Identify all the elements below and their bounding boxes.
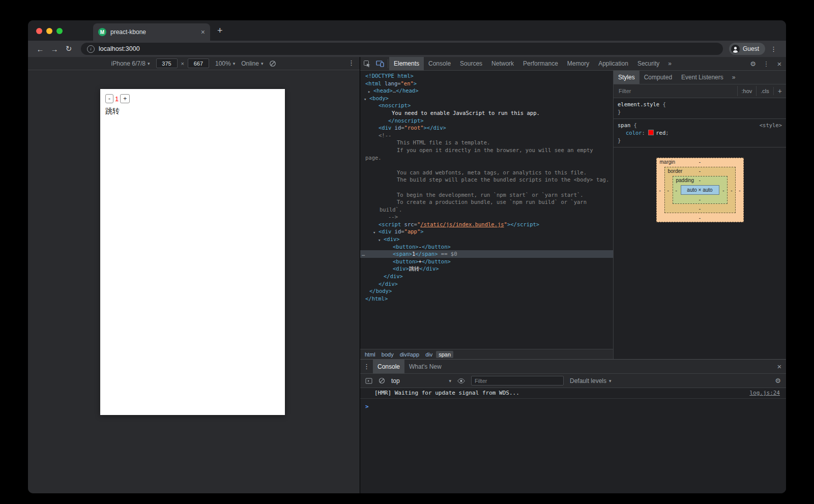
- profile-chip[interactable]: Guest: [729, 43, 765, 55]
- breadcrumb-item[interactable]: div#app: [397, 351, 422, 358]
- jump-link[interactable]: 跳转: [100, 103, 285, 116]
- decrement-button[interactable]: -: [105, 94, 113, 103]
- css-declaration[interactable]: color: red;: [618, 129, 782, 137]
- devtools-close-icon[interactable]: ×: [773, 57, 786, 70]
- console-sidebar-toggle-icon[interactable]: [365, 378, 372, 384]
- browser-tab[interactable]: M preact-kbone ×: [93, 23, 210, 41]
- code-line[interactable]: To begin the development, run `npm start…: [360, 191, 613, 199]
- code-line[interactable]: <div id="root"></div>: [360, 124, 613, 132]
- code-line[interactable]: To create a production bundle, use `npm …: [360, 198, 613, 206]
- code-line[interactable]: build`.: [360, 206, 613, 214]
- code-line[interactable]: ▸<head>…</head>: [360, 87, 613, 95]
- increment-button[interactable]: +: [120, 94, 130, 103]
- breadcrumb-item[interactable]: body: [379, 351, 396, 358]
- console-filter-input[interactable]: [471, 376, 564, 386]
- code-line[interactable]: </noscript>: [360, 117, 613, 125]
- code-line[interactable]: <button>-</button>: [360, 243, 613, 251]
- box-model-border[interactable]: border - - - - padding - - - - au: [664, 167, 736, 213]
- dt-tab-console[interactable]: Console: [424, 57, 455, 70]
- dr-tab-what-s-new[interactable]: What's New: [404, 360, 446, 373]
- box-model-margin[interactable]: margin - - - - border - - - - padding: [656, 158, 744, 222]
- code-line[interactable]: </div>: [360, 273, 613, 280]
- code-line[interactable]: </html>: [360, 295, 613, 303]
- address-text[interactable]: localhost:3000: [99, 45, 140, 52]
- dt-tab-application[interactable]: Application: [594, 57, 633, 70]
- new-style-rule-button[interactable]: +: [773, 87, 786, 95]
- reload-icon[interactable]: ↻: [63, 44, 75, 53]
- code-line[interactable]: -->: [360, 213, 613, 221]
- device-select[interactable]: iPhone 6/7/8 ▾: [111, 60, 150, 67]
- eye-icon[interactable]: [457, 378, 465, 384]
- code-line[interactable]: <html lang="en">: [360, 80, 613, 87]
- console-prompt-icon[interactable]: >: [365, 403, 369, 410]
- devtools-menu-icon[interactable]: ⋮: [760, 57, 773, 70]
- st-tab-computed[interactable]: Computed: [639, 71, 677, 84]
- settings-gear-icon[interactable]: ⚙: [746, 57, 760, 70]
- breadcrumb-item[interactable]: span: [436, 351, 453, 358]
- close-window-button[interactable]: [36, 28, 42, 34]
- breadcrumb-item[interactable]: div: [423, 351, 435, 358]
- dt-tab-security[interactable]: Security: [633, 57, 664, 70]
- device-width-input[interactable]: [156, 58, 178, 68]
- code-line[interactable]: <div>跳转</div>: [360, 265, 613, 273]
- browser-menu-icon[interactable]: ⋮: [767, 45, 780, 53]
- drawer-menu-icon[interactable]: ⋮: [360, 360, 373, 373]
- dt-tab-network[interactable]: Network: [487, 57, 518, 70]
- new-tab-button[interactable]: +: [217, 25, 223, 36]
- code-line[interactable]: [360, 184, 613, 191]
- context-select[interactable]: top ▾: [391, 377, 451, 384]
- console-prompt-row[interactable]: >: [360, 399, 786, 410]
- device-toolbar-menu-icon[interactable]: ⋮: [345, 59, 358, 67]
- color-swatch[interactable]: [648, 130, 654, 135]
- code-line[interactable]: <noscript>: [360, 102, 613, 109]
- st-tab-styles[interactable]: Styles: [614, 71, 639, 84]
- rotate-icon[interactable]: [269, 60, 276, 67]
- breadcrumb-item[interactable]: html: [362, 351, 378, 358]
- code-line[interactable]: This HTML file is a template.: [360, 139, 613, 146]
- code-line[interactable]: …<span>1</span> == $0: [360, 250, 613, 258]
- zoom-window-button[interactable]: [56, 28, 63, 34]
- box-model-content[interactable]: auto × auto: [681, 185, 719, 195]
- code-line[interactable]: If you open it directly in the browser, …: [360, 146, 613, 154]
- code-line[interactable]: </div>: [360, 280, 613, 288]
- code-line[interactable]: You can add webfonts, meta tags, or anal…: [360, 169, 613, 176]
- code-line[interactable]: ▾<div>: [360, 235, 613, 243]
- code-line[interactable]: <script src="/static/js/index.bundle.js"…: [360, 221, 613, 228]
- back-icon[interactable]: ←: [34, 45, 46, 53]
- dt-tab-sources[interactable]: Sources: [455, 57, 487, 70]
- dt-tab-elements[interactable]: Elements: [389, 57, 424, 70]
- console-settings-icon[interactable]: ⚙: [775, 377, 781, 384]
- styles-more-tabs-icon[interactable]: »: [728, 71, 740, 84]
- log-source-link[interactable]: log.js:24: [749, 390, 780, 396]
- throttling-select[interactable]: Online ▾: [241, 60, 263, 67]
- element-style-block[interactable]: element.style { }: [614, 98, 786, 119]
- code-line[interactable]: You need to enable JavaScript to run thi…: [360, 109, 613, 117]
- code-line[interactable]: <!DOCTYPE html>: [360, 72, 613, 80]
- code-line[interactable]: [360, 161, 613, 169]
- code-line[interactable]: </body>: [360, 287, 613, 295]
- code-line[interactable]: The build step will place the bundled sc…: [360, 176, 613, 184]
- address-bar[interactable]: i localhost:3000: [81, 43, 723, 55]
- style-rule-block[interactable]: <style> span { color: red; }: [614, 119, 786, 147]
- log-levels-select[interactable]: Default levels ▾: [570, 377, 612, 384]
- code-line[interactable]: <!--: [360, 132, 613, 139]
- device-height-input[interactable]: [188, 58, 209, 68]
- zoom-select[interactable]: 100% ▾: [215, 60, 235, 67]
- more-tabs-icon[interactable]: »: [664, 57, 676, 70]
- box-model-padding[interactable]: padding - - - - auto × auto: [673, 176, 728, 204]
- hover-state-button[interactable]: :hov: [737, 86, 757, 96]
- minimize-window-button[interactable]: [46, 28, 52, 34]
- code-line[interactable]: page.: [360, 154, 613, 162]
- tab-close-icon[interactable]: ×: [201, 28, 205, 36]
- code-line[interactable]: <button>+</button>: [360, 258, 613, 265]
- styles-filter-input[interactable]: [618, 87, 737, 95]
- device-toolbar-toggle-icon[interactable]: [373, 57, 387, 70]
- style-source-link[interactable]: <style>: [760, 122, 782, 129]
- site-info-icon[interactable]: i: [87, 45, 95, 53]
- class-toggle-button[interactable]: .cls: [756, 86, 773, 96]
- code-line[interactable]: ▾<div id="app">: [360, 228, 613, 235]
- inspect-icon[interactable]: [360, 57, 373, 70]
- st-tab-event-listeners[interactable]: Event Listeners: [677, 71, 728, 84]
- clear-console-icon[interactable]: [379, 377, 385, 384]
- forward-icon[interactable]: →: [48, 45, 61, 53]
